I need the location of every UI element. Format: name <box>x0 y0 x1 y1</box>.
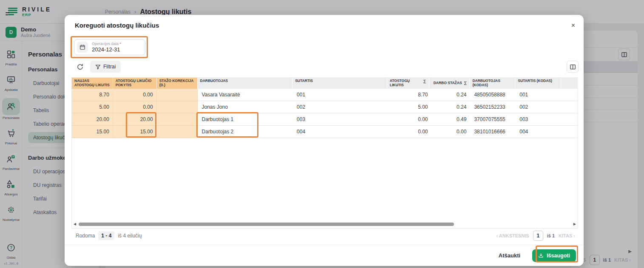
rows-shown-info: Rodoma 1 - 4 iš 4 eilučių <box>76 231 142 240</box>
modal-footer: Atšaukti Išsaugoti <box>65 245 584 266</box>
modal-title: Koreguoti atostogų likučius <box>75 22 159 29</box>
rows-shown-label: Rodoma <box>76 233 95 239</box>
cell-darbo-stazas: 0.49 <box>429 113 470 126</box>
cell-sutartis-kodas: 002 <box>515 101 561 113</box>
cancel-button[interactable]: Atšaukti <box>499 252 520 259</box>
cell-naujas-likutis[interactable]: 5.00 <box>72 101 113 113</box>
cell-naujas-likutis[interactable]: 15.00 <box>72 126 113 138</box>
vacation-balance-table: NAUJAS ATOSTOGŲ LIKUTIS ATOSTOGŲ LIKUČIO… <box>71 77 578 229</box>
operation-date-field[interactable]: Operacijos data * 2024-12-31 <box>74 39 145 55</box>
page-number-box[interactable]: 1 <box>533 231 543 241</box>
cell-atostogu-likutis: 5.00 <box>387 101 429 113</box>
refresh-icon[interactable] <box>77 63 84 71</box>
calendar-icon <box>77 42 88 53</box>
cell-sutartis-kodas: 003 <box>515 113 561 126</box>
cell-darbuotojas-kodas: 38101016666 <box>470 126 515 138</box>
col-header-stazo-korekcija[interactable]: STAŽO KOREKCIJA (D.) <box>157 78 198 89</box>
cell-sutartis: 002 <box>292 101 387 113</box>
cell-darbuotojas-kodas: 48505058888 <box>470 89 515 101</box>
cell-atostogu-likutis: 0.00 <box>387 126 429 138</box>
cell-stazo-korekcija[interactable] <box>157 113 198 126</box>
cell-likucio-pokytis[interactable]: 15.00 <box>113 126 157 138</box>
cell-sutartis-kodas: 001 <box>515 89 561 101</box>
col-header-sutartis-kodas[interactable]: SUTARTIS (KODAS) <box>515 78 561 89</box>
col-header-darbuotojas-kodas[interactable]: DARBUOTOJAS (KODAS) <box>470 78 515 89</box>
cell-empty <box>561 113 578 126</box>
cell-sutartis-kodas: 004 <box>515 126 561 138</box>
page-of-label: iš 1 <box>547 233 555 238</box>
cell-darbuotojas: Vasara Vasaraitė <box>198 89 293 101</box>
cell-stazo-korekcija[interactable] <box>157 126 198 138</box>
cell-stazo-korekcija[interactable] <box>157 101 198 113</box>
cell-darbuotojas: Darbuotojas 1 <box>198 113 293 126</box>
cell-darbuotojas-kodas: 36502152233 <box>470 101 515 113</box>
cell-darbo-stazas: 0.24 <box>429 101 470 113</box>
cell-atostogu-likutis: 0.00 <box>387 113 429 126</box>
table-row[interactable]: 20.00 20.00 Darbuotojas 1 003 0.00 0.49 … <box>72 113 578 126</box>
cell-likucio-pokytis[interactable]: 20.00 <box>113 113 157 126</box>
col-header-likucio-pokytis[interactable]: ATOSTOGŲ LIKUČIO POKYTIS <box>113 78 157 89</box>
cell-empty <box>561 126 578 138</box>
rows-range-badge: 1 - 4 <box>98 231 114 240</box>
cell-empty <box>561 89 578 101</box>
cell-darbo-stazas: 0.24 <box>429 89 470 101</box>
cell-naujas-likutis[interactable]: 20.00 <box>72 113 113 126</box>
col-header-darbuotojas[interactable]: DARBUOTOJAS <box>198 78 293 89</box>
prev-page-button[interactable]: ‹ ANKSTESNIS <box>496 233 529 238</box>
cell-stazo-korekcija[interactable] <box>157 89 198 101</box>
cell-likucio-pokytis[interactable]: 0.00 <box>113 89 157 101</box>
required-mark: * <box>120 42 122 46</box>
horizontal-scrollbar[interactable]: ◀ ▶ <box>74 222 576 227</box>
cell-sutartis: 003 <box>292 113 387 126</box>
cell-darbuotojas-kodas: 37007075555 <box>470 113 515 126</box>
cell-sutartis: 001 <box>292 89 387 101</box>
filters-button[interactable]: Filtrai <box>90 61 121 73</box>
cell-sutartis: 004 <box>292 126 387 138</box>
col-header-sutartis[interactable]: SUTARTIS <box>292 78 387 89</box>
cell-darbo-stazas: 0.00 <box>429 126 470 138</box>
col-header-empty <box>561 78 578 89</box>
modal-pagination: ‹ ANKSTESNIS 1 iš 1 KITAS › <box>496 231 575 241</box>
scrollbar-track[interactable] <box>78 223 572 226</box>
col-header-darbo-stazas[interactable]: DARBO STAŽASΣ <box>429 78 470 89</box>
cell-darbuotojas: Jonas Jono <box>198 101 293 113</box>
date-field-value: 2024-12-31 <box>92 46 121 53</box>
scroll-right-icon[interactable]: ▶ <box>573 223 576 226</box>
cell-naujas-likutis[interactable]: 8.70 <box>72 89 113 101</box>
cell-likucio-pokytis[interactable]: 0.00 <box>113 101 157 113</box>
scrollbar-thumb[interactable] <box>79 223 454 226</box>
save-button[interactable]: Išsaugoti <box>532 249 576 262</box>
close-icon[interactable]: × <box>570 20 577 31</box>
funnel-icon <box>95 64 101 70</box>
modal-toolbar: Filtrai <box>77 61 121 73</box>
rows-total-label: iš 4 eilučių <box>118 233 142 239</box>
app-screen: Personalas › Atostogų likutis ▶ ‹ ANKSTE… <box>0 0 644 268</box>
date-field-label: Operacijos data * <box>92 42 121 46</box>
table-row[interactable]: 15.00 15.00 Darbuotojas 2 004 0.00 0.00 … <box>72 126 578 138</box>
cell-empty <box>561 101 578 113</box>
scroll-left-icon[interactable]: ◀ <box>74 223 76 226</box>
table-row[interactable]: 5.00 0.00 Jonas Jono 002 5.00 0.24 36502… <box>72 101 578 113</box>
table-header-row: NAUJAS ATOSTOGŲ LIKUTIS ATOSTOGŲ LIKUČIO… <box>72 78 578 89</box>
modal-columns-icon[interactable] <box>567 61 579 73</box>
table-row[interactable]: 8.70 0.00 Vasara Vasaraitė 001 8.70 0.24… <box>72 89 578 101</box>
save-icon <box>538 253 544 258</box>
col-header-naujas-likutis[interactable]: NAUJAS ATOSTOGŲ LIKUTIS <box>72 78 113 89</box>
sum-icon: Σ <box>464 81 467 86</box>
col-header-atostogu-likutis[interactable]: ATOSTOGŲ LIKUTISΣ <box>387 78 429 89</box>
cell-darbuotojas: Darbuotojas 2 <box>198 126 293 138</box>
sum-icon: Σ <box>423 79 426 85</box>
cell-atostogu-likutis: 8.70 <box>387 89 429 101</box>
next-page-button[interactable]: KITAS › <box>559 233 575 238</box>
adjust-vacation-modal: Koreguoti atostogų likučius × Operacijos… <box>65 15 584 266</box>
